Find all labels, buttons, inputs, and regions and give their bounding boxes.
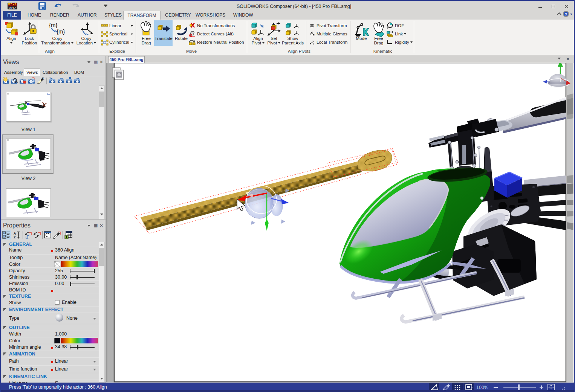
- svg-text:2017: 2017: [9, 6, 16, 10]
- svg-text:✕: ✕: [245, 191, 249, 196]
- svg-text:A: A: [14, 232, 16, 235]
- svg-text:100%: 100%: [476, 385, 488, 390]
- svg-text:{m}: {m}: [57, 28, 65, 35]
- svg-text:{m}: {m}: [49, 22, 58, 28]
- svg-text:Z: Z: [14, 235, 16, 239]
